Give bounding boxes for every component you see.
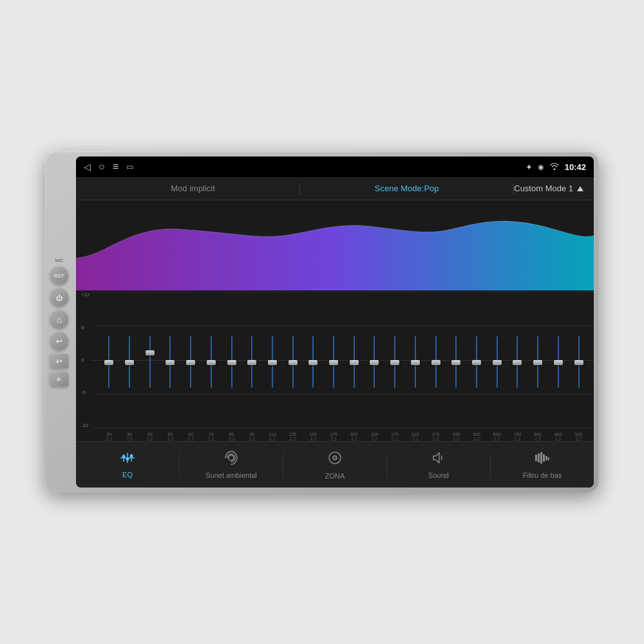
- band-19: [467, 336, 487, 388]
- status-nav: ◁ ○ ≡ ▭: [84, 161, 526, 173]
- grid-line-top: [91, 292, 594, 292]
- fc-label-22: 8002.2: [528, 432, 548, 441]
- thumb-12[interactable]: [329, 360, 338, 365]
- nav-label-eq: EQ: [122, 471, 133, 478]
- device-body: MIC RST ⏻ ⌂ ↩ 4+ 4- ◁ ○ ≡ ▭ ✦ ◉: [45, 151, 599, 493]
- thumb-18[interactable]: [451, 360, 460, 365]
- side-buttons-panel: MIC RST ⏻ ⌂ ↩ 4+ 4-: [50, 258, 68, 386]
- thumb-1[interactable]: [104, 360, 113, 365]
- band-3: [140, 336, 160, 388]
- custom-mode-label: Custom Mode 1: [514, 184, 573, 193]
- band-10: [283, 336, 303, 388]
- band-8: [242, 336, 262, 388]
- ambient-icon: [223, 451, 240, 469]
- power-button[interactable]: ⏻: [50, 289, 68, 307]
- bluetooth-icon: ✦: [526, 162, 533, 172]
- band-12: [324, 336, 344, 388]
- band-7: [222, 336, 242, 388]
- thumb-19[interactable]: [472, 360, 481, 365]
- zona-icon: [327, 450, 343, 469]
- nav-item-bass[interactable]: Filtru de bas: [491, 446, 594, 484]
- band-17: [426, 336, 446, 388]
- bottom-navigation: EQ Sunet ambiental: [76, 441, 594, 488]
- thumb-3[interactable]: [146, 350, 155, 355]
- eq-scale-top: +12: [81, 292, 90, 298]
- svg-rect-16: [545, 456, 547, 460]
- fc-label-24: 9202.2: [569, 432, 589, 441]
- vol-down-button[interactable]: 4-: [50, 372, 68, 386]
- fc-label-19: 5002.2: [467, 432, 487, 441]
- status-bar: ◁ ○ ≡ ▭ ✦ ◉ 10:42: [76, 156, 594, 177]
- thumb-4[interactable]: [166, 360, 175, 365]
- fc-label-9: 1102.2: [263, 432, 283, 441]
- vol-up-button[interactable]: 4+: [50, 354, 68, 368]
- thumb-14[interactable]: [370, 360, 379, 365]
- fc-label-17: 3752.2: [426, 432, 446, 441]
- thumb-16[interactable]: [411, 360, 420, 365]
- svg-rect-15: [543, 454, 545, 462]
- mode-custom[interactable]: Custom Mode 1: [514, 184, 583, 193]
- nav-item-eq[interactable]: EQ: [76, 446, 179, 484]
- thumb-2[interactable]: [125, 360, 134, 365]
- rst-button[interactable]: RST: [50, 267, 68, 285]
- band-9: [263, 336, 283, 388]
- thumb-5[interactable]: [186, 360, 195, 365]
- mode-implicit[interactable]: Mod implicit: [86, 184, 299, 193]
- thumb-11[interactable]: [308, 360, 317, 365]
- back-nav-button[interactable]: ◁: [84, 162, 91, 172]
- fc-label-6: 702.2: [202, 432, 222, 441]
- fc-label-18: 4352.2: [446, 432, 466, 441]
- thumb-9[interactable]: [268, 360, 277, 365]
- band-13: [344, 336, 364, 388]
- nav-item-ambient[interactable]: Sunet ambiental: [180, 446, 283, 484]
- nav-label-bass: Filtru de bas: [523, 471, 562, 479]
- band-21: [507, 336, 527, 388]
- thumb-7[interactable]: [227, 360, 236, 365]
- band-22: [528, 336, 548, 388]
- band-6: [202, 336, 222, 388]
- thumb-22[interactable]: [533, 360, 542, 365]
- mode-scene[interactable]: Scene Mode:Pop: [300, 184, 513, 193]
- band-16: [406, 336, 426, 388]
- fc-label-3: 402.2: [140, 432, 160, 441]
- eq-scale-bottom: -12: [81, 422, 90, 428]
- fc-label-11: 1502.2: [303, 432, 323, 441]
- back-button[interactable]: ↩: [50, 332, 68, 350]
- band-5: [181, 336, 201, 388]
- band-23: [548, 336, 568, 388]
- home-nav-button[interactable]: ○: [99, 161, 105, 173]
- thumb-17[interactable]: [431, 360, 440, 365]
- svg-point-5: [126, 457, 129, 460]
- fc-label-20: 6002.2: [487, 432, 507, 441]
- thumb-20[interactable]: [493, 360, 502, 365]
- thumb-21[interactable]: [513, 360, 522, 365]
- fc-label-16: 3152.2: [406, 432, 426, 441]
- recent-nav-button[interactable]: ▭: [126, 162, 133, 171]
- thumb-15[interactable]: [390, 360, 399, 365]
- band-11: [303, 336, 323, 388]
- fc-label-8: 952.2: [242, 432, 262, 441]
- bass-icon: [534, 451, 551, 469]
- svg-rect-12: [535, 455, 537, 461]
- thumb-8[interactable]: [247, 360, 256, 365]
- fc-label-21: 7002.2: [507, 432, 527, 441]
- thumb-10[interactable]: [289, 360, 298, 365]
- fc-label-12: 1752.2: [324, 432, 344, 441]
- nav-item-sound[interactable]: Sound: [387, 446, 490, 484]
- svg-rect-14: [540, 452, 542, 464]
- band-2: [120, 336, 140, 388]
- fc-label-2: 302.2: [120, 432, 140, 441]
- thumb-23[interactable]: [554, 360, 563, 365]
- thumb-6[interactable]: [207, 360, 216, 365]
- nav-label-sound: Sound: [428, 471, 449, 479]
- thumb-13[interactable]: [350, 360, 359, 365]
- custom-mode-arrow: [577, 186, 583, 191]
- time-display: 10:42: [565, 162, 586, 172]
- wifi-icon: [549, 162, 560, 172]
- nav-label-ambient: Sunet ambiental: [205, 471, 257, 479]
- nav-item-zona[interactable]: ZONA: [283, 445, 386, 485]
- eq-wave-svg: [76, 200, 594, 290]
- menu-nav-button[interactable]: ≡: [113, 161, 118, 173]
- thumb-24[interactable]: [574, 360, 583, 365]
- home-button[interactable]: ⌂: [50, 310, 68, 328]
